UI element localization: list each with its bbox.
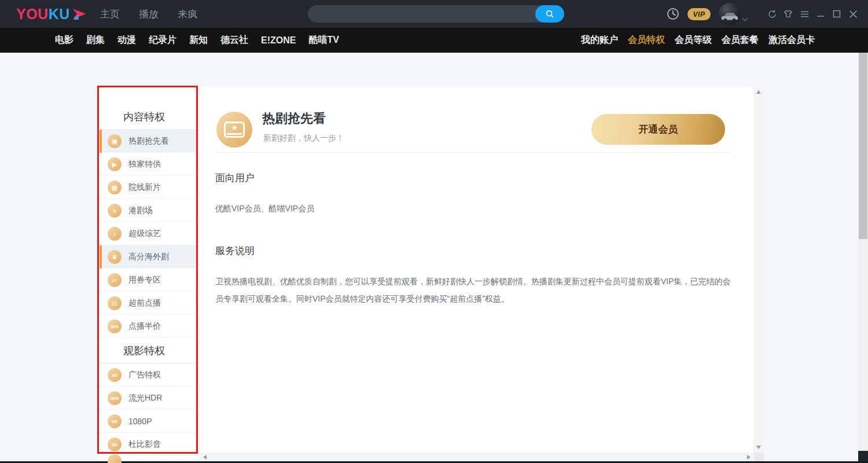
sidebar-item[interactable]: HDR流光HDR bbox=[100, 387, 197, 410]
sidebar-item-label: 超级综艺 bbox=[128, 229, 161, 239]
scroll-up-arrow-icon[interactable] bbox=[756, 90, 761, 94]
hot-drama-icon: ▣ bbox=[108, 134, 122, 148]
vip-status-badge[interactable]: VIP bbox=[687, 8, 711, 20]
category-nav: 电影剧集动漫纪录片新知德云社E!ZONE酷喵TV 我的账户会员特权会员等级会员套… bbox=[0, 28, 868, 53]
membership-nav-item[interactable]: 会员特权 bbox=[628, 34, 665, 46]
theme-skin-button[interactable] bbox=[780, 0, 796, 28]
minimize-button[interactable] bbox=[812, 0, 829, 28]
logo-text-you: YOU bbox=[16, 6, 49, 23]
dolby-icon: DD bbox=[108, 438, 122, 451]
category-nav-item[interactable]: 剧集 bbox=[86, 34, 105, 46]
page-body: 内容特权▣热剧抢先看▶独家特供▦院线新片≡港剧场♪超级综艺♛高分海外剧▱用券专区… bbox=[0, 53, 868, 463]
scroll-left-arrow-icon[interactable] bbox=[203, 455, 207, 460]
section-heading: 面向用户 bbox=[215, 171, 732, 185]
category-nav-item[interactable]: 德云社 bbox=[220, 34, 248, 46]
scrollbar-thumb[interactable] bbox=[859, 53, 867, 239]
primary-nav-item[interactable]: 主页 bbox=[100, 8, 120, 21]
avatar-dropdown-chevron-icon[interactable] bbox=[743, 16, 748, 21]
logo-text-ku: KU bbox=[49, 6, 70, 23]
sidebar-item[interactable]: ▣热剧抢先看 bbox=[100, 130, 197, 153]
sidebar-item[interactable]: 50%点播半价 bbox=[100, 315, 197, 338]
sidebar-item-label: 高分海外剧 bbox=[128, 252, 169, 262]
close-button[interactable] bbox=[845, 0, 861, 28]
primary-nav-item[interactable]: 播放 bbox=[139, 8, 159, 21]
exclusive-film-icon: ▶ bbox=[108, 157, 122, 171]
membership-nav-right: 我的账户会员特权会员等级会员套餐激活会员卡 bbox=[581, 28, 815, 53]
description-section: 面向用户优酷VIP会员、酷喵VIP会员 bbox=[215, 171, 732, 217]
sidebar-item[interactable]: ♛高分海外剧 bbox=[100, 245, 197, 269]
car-avatar-image bbox=[719, 4, 741, 25]
hamburger-menu-icon bbox=[800, 9, 810, 19]
search-button[interactable] bbox=[535, 5, 564, 23]
menu-button[interactable] bbox=[796, 0, 812, 28]
sidebar-item-label: 流光HDR bbox=[128, 393, 162, 403]
hdr-icon: HDR bbox=[108, 391, 122, 405]
user-avatar[interactable] bbox=[719, 3, 741, 25]
window-controls bbox=[764, 0, 861, 28]
coupon-icon: ▱ bbox=[108, 273, 122, 287]
sidebar-item-label: 热剧抢先看 bbox=[128, 136, 169, 146]
half-price-icon: 50% bbox=[108, 319, 122, 333]
sidebar-item-label: 广告特权 bbox=[128, 370, 161, 380]
sidebar-item[interactable]: ≡港剧场 bbox=[100, 199, 197, 222]
sidebar-item[interactable]: ▶独家特供 bbox=[100, 153, 197, 176]
hk-theater-icon: ≡ bbox=[108, 204, 122, 218]
search-icon bbox=[545, 9, 555, 19]
advance-ondemand-icon: ⊡ bbox=[108, 296, 122, 310]
sidebar-section-title: 内容特权 bbox=[100, 104, 197, 130]
window-vertical-scrollbar[interactable] bbox=[858, 53, 868, 451]
ad-privilege-icon: AD bbox=[108, 368, 122, 382]
section-body-text: 卫视热播电视剧、优酷优质自制剧，您可以享受提前观看，新鲜好剧快人一步解锁剧情。热… bbox=[215, 273, 732, 307]
sidebar-item[interactable]: AD广告特权 bbox=[100, 363, 197, 387]
variety-show-icon: ♪ bbox=[108, 227, 122, 241]
membership-nav-item[interactable]: 我的账户 bbox=[581, 34, 618, 46]
vip-curtain-star-icon: ★ bbox=[216, 112, 252, 148]
sidebar-item[interactable]: ▦院线新片 bbox=[100, 176, 197, 199]
content-vertical-scrollbar[interactable] bbox=[754, 87, 764, 453]
sidebar-section-title: 观影特权 bbox=[100, 338, 197, 363]
sidebar-item-label: 杜比影音 bbox=[128, 439, 161, 450]
content-horizontal-scrollbar[interactable] bbox=[200, 453, 754, 461]
membership-nav-item[interactable]: 会员套餐 bbox=[722, 34, 759, 46]
scroll-down-arrow-icon[interactable] bbox=[756, 446, 761, 449]
primary-nav: 主页播放来疯 bbox=[100, 0, 197, 28]
category-nav-item[interactable]: E!ZONE bbox=[261, 35, 296, 46]
sidebar-item[interactable]: HD1080P bbox=[100, 410, 197, 433]
youku-logo[interactable]: YOUKU bbox=[16, 5, 87, 23]
primary-nav-item[interactable]: 来疯 bbox=[178, 8, 197, 21]
divider bbox=[215, 152, 730, 153]
hd-1080p-icon: HD bbox=[108, 414, 122, 428]
privilege-sidebar: 内容特权▣热剧抢先看▶独家特供▦院线新片≡港剧场♪超级综艺♛高分海外剧▱用券专区… bbox=[100, 87, 197, 461]
scrollbar-corner bbox=[754, 453, 764, 461]
sidebar-item[interactable]: ▱用券专区 bbox=[100, 269, 197, 292]
category-nav-item[interactable]: 纪录片 bbox=[149, 34, 176, 46]
sidebar-item[interactable]: DD杜比影音 bbox=[100, 433, 197, 456]
maximize-button[interactable] bbox=[829, 0, 845, 28]
overseas-drama-icon: ♛ bbox=[108, 250, 122, 264]
maximize-icon bbox=[833, 10, 841, 18]
section-heading: 服务说明 bbox=[215, 244, 732, 258]
minimize-icon bbox=[816, 10, 825, 18]
watch-history-button[interactable] bbox=[667, 8, 679, 20]
scroll-right-arrow-icon[interactable] bbox=[747, 455, 751, 460]
sidebar-item-label: 用券专区 bbox=[128, 275, 161, 285]
membership-nav-item[interactable]: 会员等级 bbox=[675, 34, 712, 46]
privilege-title: 热剧抢先看 bbox=[262, 110, 326, 127]
category-nav-item[interactable]: 动漫 bbox=[117, 34, 136, 46]
category-nav-item[interactable]: 酷喵TV bbox=[308, 34, 339, 46]
shirt-icon bbox=[783, 9, 793, 19]
sidebar-item[interactable]: ⊡超前点播 bbox=[100, 292, 197, 315]
refresh-icon bbox=[767, 9, 777, 19]
membership-nav-item[interactable]: 激活会员卡 bbox=[768, 34, 815, 46]
sidebar-item-label: 独家特供 bbox=[128, 159, 161, 170]
sidebar-item[interactable]: ♪超级综艺 bbox=[100, 222, 197, 245]
section-body-text: 优酷VIP会员、酷喵VIP会员 bbox=[215, 200, 732, 217]
category-nav-item[interactable]: 新知 bbox=[189, 34, 208, 46]
privilege-subtitle: 新剧好剧，快人一步！ bbox=[263, 133, 344, 144]
category-nav-item[interactable]: 电影 bbox=[55, 34, 73, 46]
sidebar-item-label: 院线新片 bbox=[128, 182, 161, 193]
titlebar: YOUKU 主页播放来疯 VIP bbox=[0, 0, 868, 28]
search-input[interactable] bbox=[308, 5, 534, 23]
open-vip-button[interactable]: 开通会员 bbox=[591, 114, 725, 145]
refresh-button[interactable] bbox=[764, 0, 780, 28]
